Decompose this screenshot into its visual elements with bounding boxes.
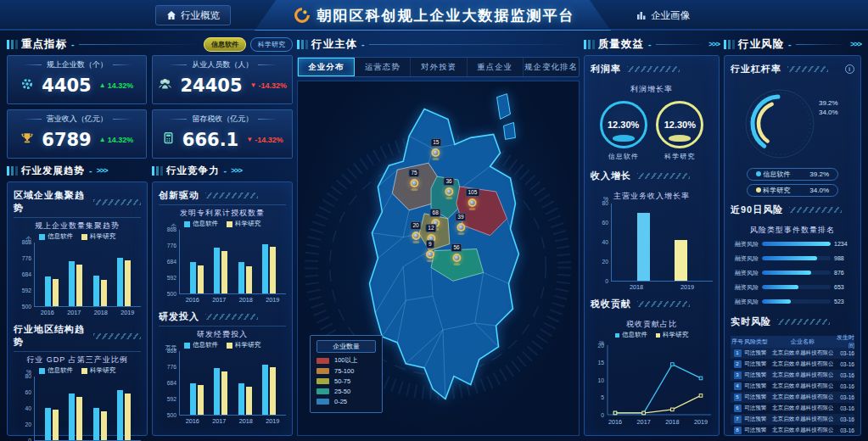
tab-2[interactable]: 运营态势 xyxy=(355,58,411,76)
subsection-title: 税收贡献 xyxy=(591,298,631,310)
subsection-title: 研发投入 xyxy=(159,310,199,323)
svg-text:2019: 2019 xyxy=(694,418,708,426)
map-marker[interactable]: 36 xyxy=(443,171,454,199)
svg-text:2018: 2018 xyxy=(665,418,679,426)
table-row[interactable]: 7司法预警北京启效卓越科技有限公司03-16 xyxy=(731,414,854,425)
stat-card-label: 营业收入（亿元） xyxy=(47,114,108,125)
table-row[interactable]: 2司法预警北京启效卓越科技有限公司03-16 xyxy=(731,359,854,370)
industry-risk-column: 行业风险 - >>> 行业杠杆率 i 39.2%34.0% 信息软件39.2% … xyxy=(724,36,861,436)
chart-enterprise-agglomeration: 规上企业数量集聚趋势信息软件科学研究个868776684592500201620… xyxy=(14,220,141,316)
bar-group-2017 xyxy=(69,394,82,440)
gear-icon xyxy=(20,77,34,94)
section-line xyxy=(796,44,847,45)
subsection-title: 区域企业集聚趋势 xyxy=(14,189,87,215)
leverage-legend-item: 科学研究34.0% xyxy=(747,184,838,197)
hatch-decoration xyxy=(627,66,680,72)
chart-block-rnd: 研发投入 研发经费投入信息软件科学研究万元8687766845925002016… xyxy=(159,309,286,425)
expand-arrows[interactable]: >>> xyxy=(97,166,108,175)
stat-card-delta: ▼-14.32% xyxy=(246,136,283,144)
bar-group-2016 xyxy=(190,262,204,293)
stat-card-value: 24405 xyxy=(180,75,242,96)
section-quality-benefit: 质量效益 - >>> xyxy=(584,36,720,53)
map-legend: 企业数量 100以上75-10050-7525-500-25 xyxy=(310,335,383,413)
bar-group-2018 xyxy=(93,276,107,306)
section-bars-icon xyxy=(297,40,300,49)
map-marker[interactable]: 15 xyxy=(430,132,441,160)
development-trend-column: 行业发展趋势 - >>> 区域企业集聚趋势 规上企业数量集聚趋势信息软件科学研究… xyxy=(7,162,148,436)
section-bars-icon xyxy=(152,166,154,176)
expand-arrows[interactable]: >>> xyxy=(850,40,861,48)
filter-pill-science-research[interactable]: 科学研究 xyxy=(250,37,293,52)
section-line xyxy=(79,44,199,45)
table-row[interactable]: 3司法预警北京启效卓越科技有限公司03-16 xyxy=(731,370,854,381)
map-marker[interactable]: 75 xyxy=(408,163,419,191)
bar-group-2019 xyxy=(117,390,131,440)
stat-card-delta: ▲14.32% xyxy=(99,81,133,90)
info-icon[interactable]: i xyxy=(845,64,854,74)
chart-rnd-expenditure: 研发经费投入信息软件科学研究万元868776684592500201620172… xyxy=(159,329,286,425)
chart-income-growth: 主营业务收入增长率%80604020020182019 xyxy=(591,188,713,291)
trophy-icon xyxy=(20,131,34,148)
svg-text:15: 15 xyxy=(597,360,604,366)
stat-card-delta: ▼-14.32% xyxy=(250,81,287,90)
bar-group-2019 xyxy=(262,244,276,293)
section-bars-icon xyxy=(584,40,586,49)
map-marker[interactable]: 56 xyxy=(451,237,462,265)
left-column: 重点指标 - 信息软件 科学研究 规上企业数（个）4405▲14.32%从业人员… xyxy=(7,36,293,436)
kpi-cards: 规上企业数（个）4405▲14.32%从业人员数（人）24405▼-14.32%… xyxy=(7,55,293,159)
tab-4[interactable]: 重点企业 xyxy=(468,58,524,76)
bar-group-2016 xyxy=(45,408,59,440)
leverage-gauge: 39.2%34.0% xyxy=(731,81,854,166)
tab-1[interactable]: 企业分布 xyxy=(298,58,355,76)
tab-5[interactable]: 规企变化排名 xyxy=(524,58,579,76)
map-marker[interactable]: 20 xyxy=(410,215,421,243)
leverage-legend: 信息软件39.2% 科学研究34.0% xyxy=(731,168,854,197)
nav-industry-overview[interactable]: 行业概览 xyxy=(155,5,231,25)
section-title: 行业主体 xyxy=(311,37,357,52)
stat-card-value: 666.1 xyxy=(182,130,238,150)
filter-pill-info-software[interactable]: 信息软件 xyxy=(204,37,246,52)
map-legend-rows: 100以上75-10050-7525-500-25 xyxy=(316,356,376,405)
expand-arrows[interactable]: >>> xyxy=(231,166,242,175)
expand-arrows[interactable]: >>> xyxy=(708,40,720,48)
development-trend-panel: 区域企业集聚趋势 规上企业数量集聚趋势信息软件科学研究个868776684592… xyxy=(7,181,148,436)
chart-title: 利润增长率 xyxy=(591,84,713,95)
svg-text:34.0%: 34.0% xyxy=(819,109,838,116)
map-marker[interactable]: 105 xyxy=(465,182,479,210)
stat-card-delta: ▲14.32% xyxy=(99,136,133,144)
calculator-icon xyxy=(162,131,175,148)
chart-tax-contribution: 税收贡献占比信息软件科学研究%201510502016201720182019 xyxy=(591,316,713,430)
subject-tabs: 企业分布运营态势对外投资重点企业规企变化排名 xyxy=(297,57,580,77)
map-legend-title: 企业数量 xyxy=(316,340,376,353)
chart-block-agglomeration: 区域企业集聚趋势 规上企业数量集聚趋势信息软件科学研究个868776684592… xyxy=(14,187,141,316)
section-line xyxy=(369,44,580,45)
svg-text:2017: 2017 xyxy=(637,418,651,426)
map-marker[interactable]: 39 xyxy=(455,207,466,235)
chart-title: 发明专利累计授权数量 xyxy=(159,208,286,219)
map-marker[interactable]: 9 xyxy=(426,234,434,262)
table-row[interactable]: 4司法预警北京启效卓越科技有限公司03-16 xyxy=(731,381,854,392)
section-bars-icon xyxy=(7,40,9,49)
section-dash: - xyxy=(648,39,652,49)
section-title: 行业风险 xyxy=(738,37,784,52)
risk-rank-row: 融资风险988 xyxy=(731,251,854,265)
hatch-decoration xyxy=(205,193,258,198)
risk-type-ranking: 融资风险1234融资风险988融资风险876融资风险653融资风险523 xyxy=(731,237,854,309)
hatch-decoration xyxy=(787,66,828,72)
section-dash: - xyxy=(89,165,92,176)
nav-enterprise-portrait[interactable]: 企业画像 xyxy=(626,5,700,25)
tab-3[interactable]: 对外投资 xyxy=(411,58,467,76)
subsection-title: 创新驱动 xyxy=(159,189,199,202)
section-industry-subject: 行业主体 - xyxy=(297,36,580,53)
bar-group-2017 xyxy=(214,248,227,293)
stat-card-value: 4405 xyxy=(42,75,91,96)
table-row[interactable]: 8司法预警北京启效卓越科技有限公司03-16 xyxy=(731,425,854,436)
section-title: 行业发展趋势 xyxy=(21,165,85,177)
bar-group-2018 xyxy=(637,213,650,282)
section-industry-risk: 行业风险 - >>> xyxy=(724,36,861,53)
table-row[interactable]: 6司法预警北京启效卓越科技有限公司03-16 xyxy=(731,403,854,414)
table-row[interactable]: 5司法预警北京启效卓越科技有限公司03-16 xyxy=(731,392,854,403)
subsection-title: 行业地区结构趋势 xyxy=(14,323,87,349)
map-legend-item: 25-50 xyxy=(316,388,376,395)
chart-title: 规上企业数量集聚趋势 xyxy=(14,220,141,232)
